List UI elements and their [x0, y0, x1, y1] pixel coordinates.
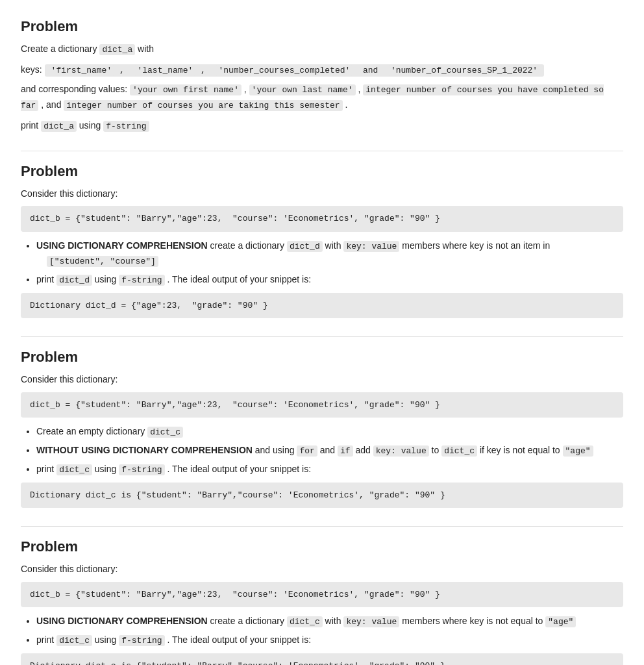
problem-section-1: Problem Create a dictionary dict_a with …: [21, 18, 623, 151]
sub-list: ["student", "course"]: [47, 253, 158, 269]
inline-dict_d2: dict_d: [56, 275, 92, 286]
inline-kv3: key: value: [343, 616, 399, 627]
inline-fstring3: f-string: [119, 635, 164, 646]
bullet-2-1-bold: USING DICTIONARY COMPREHENSION: [36, 240, 208, 251]
problem-2-bullets: USING DICTIONARY COMPREHENSION create a …: [36, 238, 623, 288]
problem-4-output: Dictionary dict_c is {"student": "Barry"…: [21, 653, 623, 665]
problem-section-3: Problem Consider this dictionary: dict_b…: [21, 349, 623, 527]
val2: 'your own last name': [249, 84, 356, 95]
inline-fstring: f-string: [119, 275, 164, 286]
bullet-3-1: Create an empty dictionary dict_c: [36, 424, 623, 440]
inline-fstring2: f-string: [119, 464, 164, 475]
inline-kv2: key: value: [373, 445, 429, 457]
problem-2-dict-code: dict_b = {"student": "Barry","age":23, "…: [21, 206, 623, 232]
problem-4-intro: Consider this dictionary:: [21, 562, 623, 576]
problem-3-output: Dictionary dict_c is {"student": "Barry"…: [21, 483, 623, 508]
inline-for: for: [297, 445, 317, 457]
val1: 'your own first name': [130, 84, 242, 95]
inline-if: if: [338, 445, 353, 457]
bullet-3-3: print dict_c using f-string . The ideal …: [36, 462, 623, 477]
bullet-4-1: USING DICTIONARY COMPREHENSION create a …: [36, 614, 623, 629]
bullet-4-1-bold: USING DICTIONARY COMPREHENSION: [36, 616, 208, 626]
problem-section-2: Problem Consider this dictionary: dict_b…: [21, 163, 623, 338]
problem-section-4: Problem Consider this dictionary: dict_b…: [21, 538, 623, 665]
problem-1-print-line: print dict_a using f-string: [21, 118, 623, 134]
print-method: f-string: [103, 121, 149, 132]
inline-dict_c2: dict_c: [56, 464, 92, 475]
val4: integer number of courses you are taking…: [64, 100, 342, 111]
problem-2-intro: Consider this dictionary:: [21, 186, 623, 201]
problem-1-keys-line: keys: 'first_name' , 'last_name' , 'numb…: [21, 62, 623, 77]
inline-dict_c3: dict_c: [287, 616, 323, 627]
bullet-3-2-bold: WITHOUT USING DICTIONARY COMPREHENSION: [36, 445, 253, 455]
inline-dict_c: dict_c: [441, 445, 477, 457]
inline-code-dict_a: dict_a: [99, 44, 135, 55]
inline-age: "age": [563, 445, 593, 457]
inline-age2: "age": [545, 616, 576, 627]
problem-4-dict-code: dict_b = {"student": "Barry","age":23, "…: [21, 582, 623, 608]
problem-1-heading: Problem: [21, 18, 623, 35]
problem-2-output: Dictionary dict_d = {"age":23, "grade": …: [21, 293, 623, 319]
problem-3-heading: Problem: [21, 349, 623, 366]
inline-dict_c4: dict_c: [56, 635, 92, 646]
bullet-3-2: WITHOUT USING DICTIONARY COMPREHENSION a…: [36, 443, 623, 458]
keys-label: keys:: [21, 64, 45, 75]
bullet-4-2: print dict_c using f-string . The ideal …: [36, 633, 623, 648]
problem-3-intro: Consider this dictionary:: [21, 372, 623, 386]
problem-1-intro: Create a dictionary dict_a with: [21, 42, 623, 57]
problem-2-heading: Problem: [21, 163, 623, 180]
bullet-2-1: USING DICTIONARY COMPREHENSION create a …: [36, 238, 623, 270]
problem-4-bullets: USING DICTIONARY COMPREHENSION create a …: [36, 614, 623, 648]
problem-3-bullets: Create an empty dictionary dict_c WITHOU…: [36, 424, 623, 477]
problem-4-heading: Problem: [21, 538, 623, 555]
inline-dict_d: dict_d: [287, 241, 323, 252]
keys-code: 'first_name' , 'last_name' , 'number_cou…: [45, 64, 545, 77]
problem-3-dict-code: dict_b = {"student": "Barry","age":23, "…: [21, 392, 623, 418]
print-dict: dict_a: [41, 121, 77, 132]
inline-dict_c-empty: dict_c: [147, 427, 183, 438]
inline-kv: key: value: [343, 241, 399, 252]
bullet-2-2: print dict_d using f-string . The ideal …: [36, 272, 623, 288]
problem-1-values-line: and corresponding values: 'your own firs…: [21, 82, 623, 113]
